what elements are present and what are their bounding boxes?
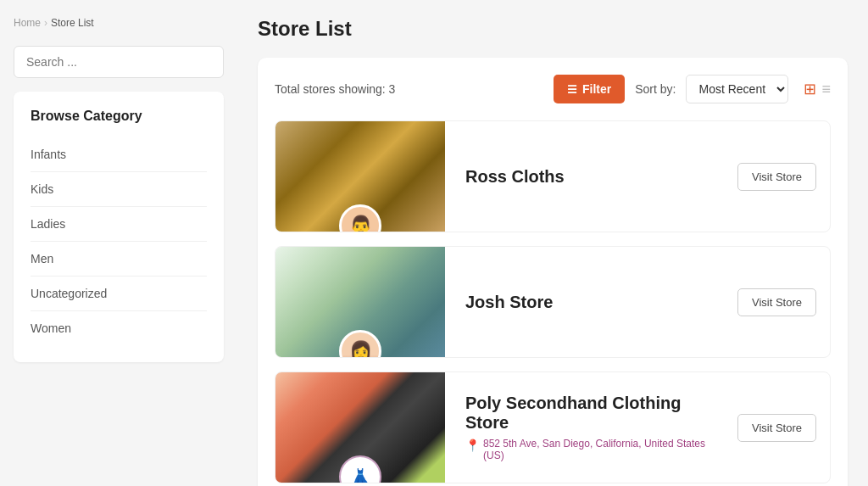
store-card-ross-cloths: 👨 Ross Cloths Visit Store [275,120,831,232]
browse-category-card: Browse Category Infants Kids Ladies Men … [14,92,224,362]
visit-store-button-josh-store[interactable]: Visit Store [737,288,816,316]
view-icons: ⊞ ≡ [804,80,831,98]
sidebar-item-uncategorized[interactable]: Uncategorized [31,277,207,311]
store-name-text-poly-secondhand: Poly Secondhand Clothing Store [465,394,724,433]
store-address-poly-secondhand: 📍 852 5th Ave, San Diego, California, Un… [465,438,724,461]
breadcrumb-separator: › [44,17,47,29]
filter-label: Filter [582,82,611,96]
breadcrumb-current: Store List [51,17,94,29]
grid-view-icon[interactable]: ⊞ [804,80,816,98]
list-header: Total stores showing: 3 ☰ Filter Sort by… [275,75,831,103]
sidebar-item-ladies[interactable]: Ladies [31,207,207,242]
visit-store-button-poly-secondhand[interactable]: Visit Store [737,414,816,442]
store-image-poly-secondhand: 👗 [275,372,445,483]
list-view-icon[interactable]: ≡ [821,81,831,98]
store-image-josh-store: 👩 [275,247,445,357]
store-name-ross-cloths: Ross Cloths [465,167,565,187]
sidebar-item-men[interactable]: Men [31,242,207,277]
address-text-poly-secondhand: 852 5th Ave, San Diego, California, Unit… [483,438,724,461]
store-name-text-josh-store: Josh Store [465,293,553,312]
store-name-text-ross-cloths: Ross Cloths [465,167,565,187]
total-stores-label: Total stores showing: 3 [275,82,543,96]
filter-button[interactable]: ☰ Filter [554,75,625,103]
visit-store-button-ross-cloths[interactable]: Visit Store [737,163,816,191]
breadcrumb: Home › Store List [14,14,224,32]
search-input[interactable] [14,46,224,78]
store-list-container: Total stores showing: 3 ☰ Filter Sort by… [258,58,848,486]
filter-icon: ☰ [567,83,577,96]
sidebar-item-infants[interactable]: Infants [31,137,207,172]
location-icon: 📍 [465,439,480,452]
store-card-josh-store: 👩 Josh Store Visit Store [275,246,831,358]
sort-by-label: Sort by: [635,82,676,96]
store-details-poly-secondhand: Poly Secondhand Clothing Store 📍 852 5th… [465,394,724,461]
sidebar: Home › Store List Browse Category Infant… [0,0,237,486]
sort-select[interactable]: Most Recent Oldest A-Z [686,75,788,103]
store-name-josh-store: Josh Store [465,293,553,312]
sidebar-item-kids[interactable]: Kids [31,172,207,207]
store-info-poly-secondhand: Poly Secondhand Clothing Store 📍 852 5th… [445,380,830,475]
main-content: Store List Total stores showing: 3 ☰ Fil… [237,0,868,486]
browse-category-title: Browse Category [31,109,207,124]
category-list: Infants Kids Ladies Men Uncategorized Wo… [31,137,207,345]
sidebar-item-women[interactable]: Women [31,311,207,345]
breadcrumb-home[interactable]: Home [14,17,41,29]
page-title: Store List [258,17,848,41]
store-image-ross-cloths: 👨 [275,121,445,232]
store-card-poly-secondhand: 👗 Poly Secondhand Clothing Store 📍 852 5… [275,371,831,483]
store-info-josh-store: Josh Store Visit Store [445,275,830,330]
store-info-ross-cloths: Ross Cloths Visit Store [445,149,830,204]
